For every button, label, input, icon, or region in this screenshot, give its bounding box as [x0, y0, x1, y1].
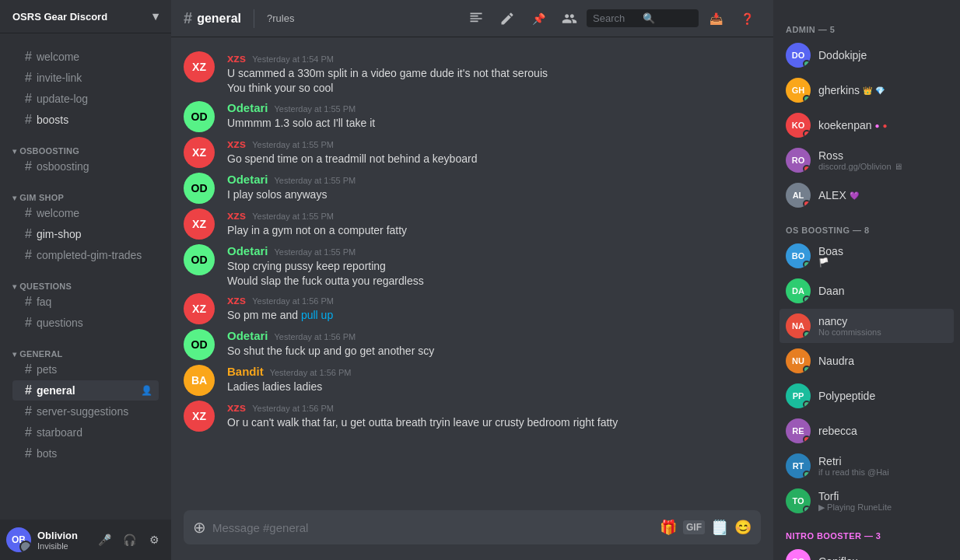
member-item[interactable]: AL ALEX 💜 [780, 178, 954, 212]
header-divider [254, 9, 254, 28]
channel-starboard[interactable]: # starboard [12, 422, 159, 443]
member-item[interactable]: NA nancy No commissions [780, 309, 954, 343]
member-name: Retri [818, 455, 948, 467]
avatar: XZ [184, 137, 215, 168]
threads-button[interactable] [462, 5, 490, 33]
hash-icon: # [25, 71, 32, 85]
osboosting-section-header: OS BOOSTING — 8 [780, 213, 954, 238]
member-name: Naudra [818, 355, 948, 367]
search-icon: 🔍 [643, 12, 692, 24]
channel-boosts[interactable]: # boosts [12, 110, 159, 130]
channel-general[interactable]: # general 👤 [12, 380, 159, 401]
deafen-button[interactable]: 🎧 [118, 529, 140, 551]
category-osboosting[interactable]: ▾ OSBOOSTING [6, 146, 165, 156]
message-author: xzs [227, 137, 246, 150]
channel-gim-shop[interactable]: # gim-shop [12, 224, 159, 244]
member-item[interactable]: CO Coniflex [780, 544, 954, 560]
gif-button[interactable]: GIF [683, 520, 705, 534]
input-actions: 🎁 GIF 🗒️ 😊 [660, 519, 752, 536]
message-author: xzs [227, 401, 246, 414]
category-gim-shop[interactable]: ▾ GIM SHOP [6, 193, 165, 202]
inbox-button[interactable]: 📥 [702, 5, 730, 33]
search-bar[interactable]: Search 🔍 [587, 9, 699, 27]
message-input-wrap: ⊕ 🎁 GIF 🗒️ 😊 [184, 510, 761, 544]
emoji-button[interactable]: 😊 [734, 519, 752, 536]
member-item[interactable]: PP Polypeptide [780, 379, 954, 413]
hash-icon: # [25, 159, 32, 173]
admin-section-header: ADMIN — 5 [780, 12, 954, 37]
member-item[interactable]: BO Boas 🏳️ [780, 239, 954, 273]
member-item[interactable]: GH gherkins 👑💎 [780, 73, 954, 107]
member-name: koekenpan ●● [818, 119, 948, 131]
channel-server-suggestions[interactable]: # server-suggestions [12, 401, 159, 422]
member-item[interactable]: RT Retri if u read this @Hai [780, 449, 954, 483]
member-item[interactable]: KO koekenpan ●● [780, 108, 954, 142]
avatar: OD [184, 173, 215, 204]
hash-icon: # [25, 92, 32, 106]
channel-faq[interactable]: # faq [12, 292, 159, 312]
message-text: Or u can't walk that far, u get outta br… [227, 415, 761, 430]
member-name: Dodokipje [818, 49, 948, 61]
channel-topic: ?rules [267, 12, 294, 24]
message-timestamp: Yesterday at 1:56 PM [252, 404, 334, 413]
mute-button[interactable]: 🎤 [93, 529, 115, 551]
message-timestamp: Yesterday at 1:55 PM [252, 140, 334, 149]
channel-pets[interactable]: # pets [12, 359, 159, 380]
avatar: XZ [184, 293, 215, 324]
channel-gim-welcome[interactable]: # welcome [12, 203, 159, 223]
channel-invite-link[interactable]: # invite-link [12, 68, 159, 88]
member-item[interactable]: NU Naudra [780, 344, 954, 378]
message-timestamp: Yesterday at 1:56 PM [252, 296, 334, 306]
member-item[interactable]: DA Daan [780, 274, 954, 308]
help-button[interactable]: ❓ [733, 5, 761, 33]
edit-button[interactable] [493, 5, 521, 33]
avatar: XZ [184, 51, 215, 82]
avatar: BA [184, 365, 215, 396]
channel-welcome[interactable]: # welcome [12, 47, 159, 67]
channel-completed-gim-trades[interactable]: # completed-gim-trades [12, 245, 159, 265]
hash-icon: # [25, 295, 32, 309]
member-sub: if u read this @Hai [818, 467, 948, 477]
message-author: Odetari [227, 173, 268, 186]
channel-questions[interactable]: # questions [12, 313, 159, 333]
current-user-info: Oblivion Invisible [37, 530, 93, 551]
member-item[interactable]: DO Dodokipje [780, 38, 954, 72]
members-button[interactable] [555, 5, 583, 33]
message-text: Stop crying pussy keep reporting [227, 259, 761, 274]
message-input[interactable] [212, 513, 653, 543]
hash-icon: # [25, 446, 32, 460]
category-general[interactable]: ▾ GENERAL [6, 349, 165, 359]
channel-bots[interactable]: # bots [12, 443, 159, 464]
channel-update-log[interactable]: # update-log [12, 89, 159, 109]
message-group: OD Odetari Yesterday at 1:55 PM Stop cry… [171, 243, 773, 291]
member-name: gherkins 👑💎 [818, 84, 948, 96]
attach-button[interactable]: ⊕ [193, 510, 206, 544]
message-author: Odetari [227, 101, 268, 114]
member-avatar: CO [786, 549, 811, 560]
category-chevron-icon: ▾ [12, 282, 16, 291]
settings-button[interactable]: ⚙ [143, 529, 165, 551]
header-actions: 📌 Search 🔍 📥 ❓ [462, 5, 761, 33]
message-group: XZ xzs Yesterday at 1:55 PM Play in a gy… [171, 207, 773, 241]
gift-button[interactable]: 🎁 [660, 519, 677, 536]
sticker-button[interactable]: 🗒️ [711, 519, 728, 536]
member-item[interactable]: TO Torfi ▶ Playing RuneLite [780, 484, 954, 518]
pin-button[interactable]: 📌 [524, 5, 552, 33]
category-questions[interactable]: ▾ QUESTIONS [6, 282, 165, 291]
avatar: XZ [184, 401, 215, 432]
avatar: OD [184, 244, 215, 275]
channel-osboosting[interactable]: # osboosting [12, 156, 159, 177]
hash-icon: # [25, 248, 32, 262]
member-item[interactable]: RO Ross discord.gg/Oblivion 🖥 [780, 143, 954, 177]
category-chevron-icon: ▾ [12, 194, 16, 202]
search-placeholder: Search [593, 12, 643, 24]
message-timestamp: Yesterday at 1:55 PM [275, 247, 356, 257]
member-name: nancy [818, 315, 948, 327]
member-item[interactable]: RE rebecca [780, 414, 954, 448]
member-avatar: AL [786, 183, 811, 208]
member-name: Ross [818, 149, 948, 162]
member-avatar: RO [786, 148, 811, 173]
message-author: xzs [227, 51, 246, 65]
message-text: Play in a gym not on a computer fatty [227, 223, 761, 238]
server-header[interactable]: OSRS Gear Discord ▾ [0, 0, 171, 33]
